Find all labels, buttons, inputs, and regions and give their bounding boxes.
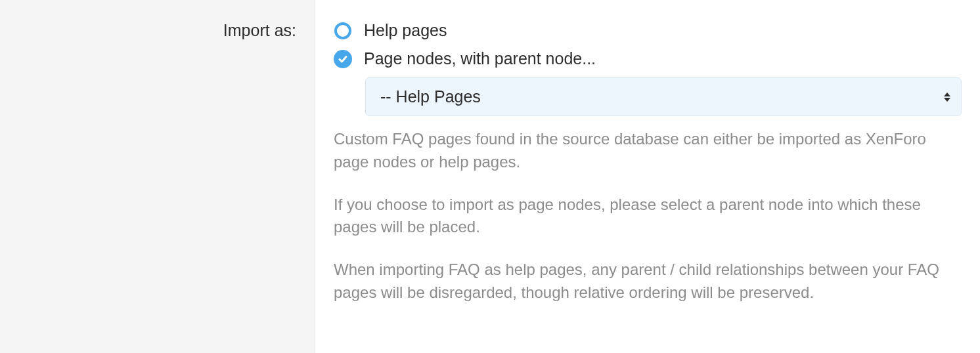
help-text-block: Custom FAQ pages found in the source dat…	[334, 128, 962, 304]
radio-unchecked-icon	[334, 22, 352, 40]
parent-node-select-value: -- Help Pages	[380, 87, 481, 106]
help-paragraph-2: If you choose to import as page nodes, p…	[334, 194, 962, 239]
import-as-row: Import as: Help pages Page nodes, with p…	[0, 0, 980, 353]
radio-page-nodes[interactable]: Page nodes, with parent node...	[334, 49, 962, 68]
label-column: Import as:	[0, 0, 315, 353]
radio-help-pages-label: Help pages	[364, 21, 447, 40]
parent-node-select[interactable]: -- Help Pages	[365, 77, 962, 116]
radio-help-pages[interactable]: Help pages	[334, 21, 962, 40]
import-as-label: Import as:	[223, 21, 296, 39]
help-paragraph-1: Custom FAQ pages found in the source dat…	[334, 128, 962, 174]
help-paragraph-3: When importing FAQ as help pages, any pa…	[334, 259, 962, 304]
parent-node-select-wrap: -- Help Pages	[365, 77, 962, 116]
radio-page-nodes-label: Page nodes, with parent node...	[364, 49, 596, 68]
content-column: Help pages Page nodes, with parent node.…	[315, 0, 980, 323]
radio-checked-icon	[334, 50, 352, 68]
select-caret-icon	[944, 93, 950, 102]
